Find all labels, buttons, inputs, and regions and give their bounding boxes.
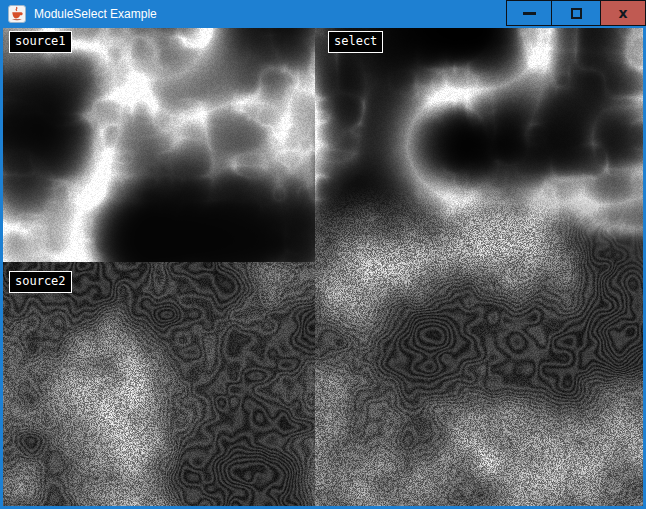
select-label: select	[328, 31, 383, 53]
close-button[interactable]: x	[600, 0, 646, 26]
source1-label: source1	[9, 31, 72, 53]
java-app-icon	[8, 5, 26, 23]
window-title: ModuleSelect Example	[34, 0, 157, 28]
render-area: source1 select source2	[3, 28, 643, 506]
source2-label: source2	[9, 271, 72, 293]
app-window: ModuleSelect Example x source1 select so…	[0, 0, 646, 509]
minimize-button[interactable]	[506, 0, 552, 26]
titlebar[interactable]: ModuleSelect Example x	[0, 0, 646, 28]
source1-preview-canvas	[3, 28, 315, 262]
source2-preview-canvas	[3, 262, 315, 506]
minimize-icon	[523, 12, 536, 15]
close-icon: x	[618, 6, 627, 20]
window-controls: x	[506, 0, 646, 26]
maximize-icon	[571, 8, 582, 19]
maximize-button[interactable]	[551, 0, 601, 26]
